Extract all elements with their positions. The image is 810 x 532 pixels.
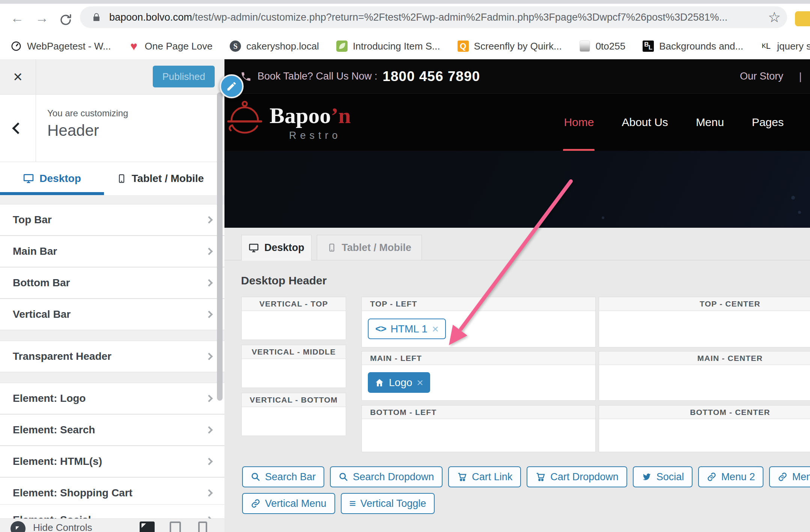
search-icon	[339, 472, 348, 482]
brand-text: Bapoo’n Restro	[269, 104, 351, 141]
preview-tablet-button[interactable]	[170, 521, 181, 532]
zone-vertical-bottom-header: VERTICAL - BOTTOM	[241, 393, 346, 407]
sidebar-item-top-bar[interactable]: Top Bar	[0, 204, 224, 236]
site-navbar: Bapoo’n Restro Home About Us Menu Pages	[224, 94, 810, 151]
zone-vertical-top-dropzone[interactable]	[241, 311, 346, 340]
chevron-right-icon	[205, 216, 213, 224]
monitor-icon	[23, 173, 34, 184]
preview-desktop-button[interactable]	[140, 521, 155, 532]
preview-mobile-button[interactable]	[198, 521, 207, 532]
builder-tab-tablet-mobile[interactable]: Tablet / Mobile	[317, 235, 422, 260]
customizer-header: × Published	[0, 59, 224, 95]
add-cart-dropdown-button[interactable]: Cart Dropdown	[527, 466, 627, 487]
customizing-section: You are customizing Header	[0, 95, 224, 162]
bookmark-jquery-styleswitcher[interactable]: KL jquery styleswi	[760, 41, 810, 52]
remove-logo-icon[interactable]: ×	[417, 376, 423, 389]
chevron-right-icon	[205, 353, 213, 360]
zone-top-center-dropzone[interactable]	[599, 311, 810, 347]
add-social-button[interactable]: Social	[633, 466, 693, 487]
zone-vertical-middle-header: VERTICAL - MIDDLE	[241, 345, 346, 359]
bookmark-star-icon[interactable]: ☆	[768, 9, 781, 26]
browser-address-bar[interactable]: bapoon.bolvo.com/test/wp-admin/customize…	[80, 6, 787, 28]
sidebar-item-bottom-bar[interactable]: Bottom Bar	[0, 267, 224, 299]
kl-icon: KL	[760, 41, 772, 52]
zone-bottom-left-dropzone[interactable]	[361, 419, 596, 452]
tab-tablet-mobile[interactable]: Tablet / Mobile	[104, 162, 217, 195]
sidebar-item-element-search[interactable]: Element: Search	[0, 414, 224, 446]
add-cart-link-button[interactable]: Cart Link	[448, 466, 521, 487]
add-search-dropdown-button[interactable]: Search Dropdown	[330, 466, 443, 487]
bookmark-cakeryshop[interactable]: S cakeryshop.local	[230, 41, 319, 52]
tab-desktop[interactable]: Desktop	[0, 162, 104, 195]
brand-subtitle: Restro	[289, 130, 351, 141]
chevron-right-icon	[205, 395, 213, 402]
active-tab-underline	[0, 192, 104, 195]
browser-back-button[interactable]: ←	[11, 10, 24, 26]
bookmark-backgrounds[interactable]: BL Backgrounds and...	[643, 41, 743, 52]
builder-tab-desktop[interactable]: Desktop	[241, 235, 312, 261]
zone-vertical-top-header: VERTICAL - TOP	[241, 297, 346, 311]
chevron-right-icon	[205, 311, 213, 318]
device-tabs: Desktop Tablet / Mobile	[0, 162, 224, 195]
browser-reload-button[interactable]	[59, 14, 72, 26]
cloche-icon	[225, 98, 264, 144]
published-button[interactable]: Published	[153, 66, 215, 87]
edit-shortcut-button[interactable]	[220, 74, 244, 98]
zone-main-center-dropzone[interactable]	[599, 365, 810, 401]
zone-vertical-middle-dropzone[interactable]	[241, 359, 346, 388]
nav-link-pages[interactable]: Pages	[752, 116, 784, 129]
bookmark-screenfly[interactable]: Q Screenfly by Quirk...	[458, 41, 562, 52]
site-logo[interactable]: Bapoo’n Restro	[225, 98, 351, 144]
url-domain: bapoon.bolvo.com	[109, 12, 192, 23]
close-customizer-button[interactable]: ×	[0, 59, 36, 95]
bookmark-0to255[interactable]: 0to255	[579, 41, 626, 52]
site-topbar: Book Table? Call Us Now : 1800 456 7890 …	[224, 59, 810, 94]
bl-icon: BL	[643, 41, 654, 52]
leaf-icon	[336, 41, 348, 52]
add-vertical-toggle-button[interactable]: ≡ Vertical Toggle	[341, 493, 435, 514]
link-icon	[778, 472, 787, 482]
chip-html-1[interactable]: <> HTML 1 ×	[368, 319, 446, 339]
browser-toolbar: ← → bapoon.bolvo.com/test/wp-admin/custo…	[0, 4, 810, 33]
zone-bottom-center-dropzone[interactable]	[599, 419, 810, 452]
bookmark-introducing-item[interactable]: Introducing Item S...	[336, 41, 440, 52]
phone-number[interactable]: 1800 456 7890	[382, 69, 480, 84]
sidebar-item-vertical-bar[interactable]: Vertical Bar	[0, 299, 224, 330]
gradient-icon	[580, 41, 590, 52]
chevron-right-icon	[205, 248, 213, 255]
heart-icon: ♥	[128, 41, 140, 52]
our-story-link[interactable]: Our Story	[740, 71, 783, 82]
sidebar-scrollbar[interactable]	[217, 92, 223, 401]
zone-vertical-bottom-dropzone[interactable]	[241, 407, 346, 436]
panel-title: Header	[47, 122, 99, 140]
search-icon	[251, 472, 260, 482]
collapse-arrow-icon[interactable]	[11, 521, 26, 532]
nav-link-about-us[interactable]: About Us	[622, 116, 668, 129]
gauge-icon	[11, 41, 22, 52]
nav-link-menu[interactable]: Menu	[696, 116, 724, 129]
builder-heading: Desktop Header	[241, 274, 327, 287]
sidebar-item-element-logo[interactable]: Element: Logo	[0, 383, 224, 414]
add-menu-2-button[interactable]: Menu 2	[698, 466, 763, 487]
chip-logo[interactable]: Logo ×	[368, 372, 430, 393]
sidebar-item-main-bar[interactable]: Main Bar	[0, 236, 224, 267]
lock-icon	[92, 12, 101, 22]
chevron-right-icon	[205, 426, 213, 434]
bookmark-one-page-love[interactable]: ♥ One Page Love	[128, 41, 213, 52]
globe-icon: S	[230, 41, 241, 52]
zone-main-left-header: MAIN - LEFT	[361, 351, 596, 365]
remove-html-1-icon[interactable]: ×	[432, 323, 439, 335]
browser-forward-button[interactable]: →	[35, 10, 49, 26]
pencil-icon	[226, 81, 237, 92]
browser-extension-icon[interactable]	[795, 11, 810, 26]
hide-controls-label[interactable]: Hide Controls	[33, 522, 92, 532]
sidebar-item-element-htmls[interactable]: Element: HTML(s)	[0, 446, 224, 477]
bookmark-webpagetest[interactable]: WebPagetest - W...	[11, 41, 111, 52]
nav-link-home[interactable]: Home	[564, 116, 594, 129]
sidebar-item-transparent-header[interactable]: Transparent Header	[0, 341, 224, 372]
add-search-bar-button[interactable]: Search Bar	[242, 466, 324, 487]
add-vertical-menu-button[interactable]: Vertical Menu	[242, 493, 335, 514]
add-menu-3-button[interactable]: Menu 3	[769, 466, 810, 487]
back-button[interactable]	[0, 95, 36, 162]
url-text: bapoon.bolvo.com/test/wp-admin/customize…	[109, 12, 727, 23]
